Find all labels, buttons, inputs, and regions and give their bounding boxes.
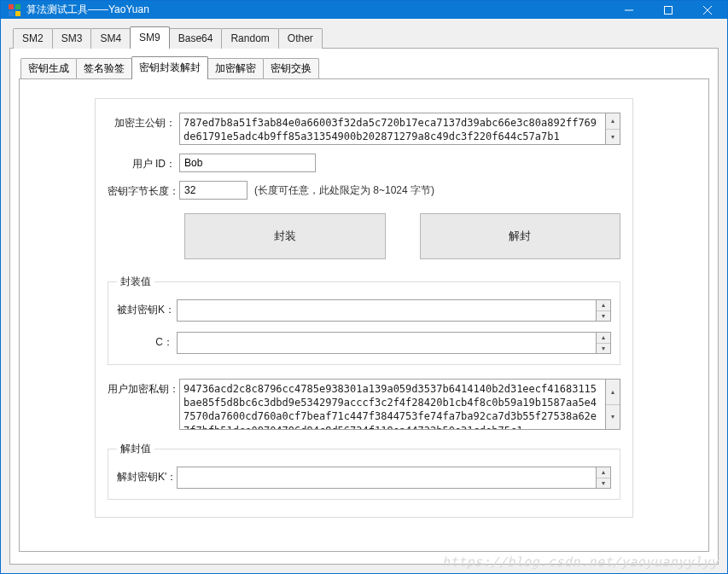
maximize-button[interactable] bbox=[649, 1, 688, 19]
row-sealed-k: 被封密钥K： ▴ ▾ bbox=[117, 299, 611, 322]
group-decapsulated-value: 解封值 解封密钥K'： ▴ ▾ bbox=[108, 442, 620, 500]
input-c[interactable] bbox=[177, 332, 597, 354]
svg-rect-1 bbox=[15, 4, 20, 9]
tab-sm3[interactable]: SM3 bbox=[52, 28, 92, 49]
input-user-privkey[interactable] bbox=[179, 379, 606, 430]
titlebar[interactable]: 算法测试工具——YaoYuan bbox=[1, 1, 727, 19]
legend-encapsulated-value: 封装值 bbox=[117, 275, 154, 289]
spinner-c[interactable]: ▴ ▾ bbox=[597, 332, 611, 354]
chevron-down-icon[interactable]: ▾ bbox=[597, 311, 610, 322]
tab-base64[interactable]: Base64 bbox=[169, 28, 223, 49]
label-user-privkey: 用户加密私钥： bbox=[108, 379, 179, 397]
spinner-master-pubkey[interactable]: ▴ ▾ bbox=[606, 113, 620, 145]
input-master-pubkey[interactable] bbox=[179, 113, 606, 145]
input-key-length[interactable] bbox=[179, 181, 248, 200]
top-tab-panel: 密钥生成 签名验签 密钥封装解封 加密解密 密钥交换 加密主公钥： ▴ ▾ bbox=[9, 48, 719, 565]
decapsulate-button[interactable]: 解封 bbox=[420, 213, 621, 259]
inner-tabstrip: 密钥生成 签名验签 密钥封装解封 加密解密 密钥交换 bbox=[20, 55, 709, 78]
svg-rect-0 bbox=[9, 4, 14, 9]
label-key-length: 密钥字节长度： bbox=[108, 181, 179, 199]
chevron-down-icon[interactable]: ▾ bbox=[606, 130, 620, 145]
inner-tab-keygen[interactable]: 密钥生成 bbox=[20, 58, 77, 79]
key-length-hint: (长度可任意，此处限定为 8~1024 字节) bbox=[254, 181, 434, 198]
label-c: C： bbox=[117, 332, 177, 350]
svg-rect-5 bbox=[665, 6, 673, 14]
tab-sm9[interactable]: SM9 bbox=[130, 26, 170, 49]
inner-tab-encap[interactable]: 密钥封装解封 bbox=[131, 56, 208, 79]
chevron-down-icon[interactable]: ▾ bbox=[606, 405, 620, 430]
legend-decapsulated-value: 解封值 bbox=[117, 442, 154, 456]
group-encapsulated-value: 封装值 被封密钥K： ▴ ▾ C bbox=[108, 275, 620, 365]
chevron-up-icon[interactable]: ▴ bbox=[597, 467, 610, 478]
chevron-up-icon[interactable]: ▴ bbox=[597, 300, 610, 311]
chevron-down-icon[interactable]: ▾ bbox=[597, 478, 610, 489]
chevron-up-icon[interactable]: ▴ bbox=[606, 380, 620, 405]
minimize-button[interactable] bbox=[609, 1, 649, 19]
chevron-up-icon[interactable]: ▴ bbox=[597, 333, 610, 344]
svg-rect-2 bbox=[9, 11, 14, 16]
chevron-down-icon[interactable]: ▾ bbox=[597, 344, 610, 354]
row-user-id: 用户 ID： bbox=[108, 154, 620, 172]
spinner-user-privkey[interactable]: ▴ ▾ bbox=[606, 379, 620, 430]
input-dec-k[interactable] bbox=[177, 467, 597, 489]
tab-random[interactable]: Random bbox=[221, 28, 278, 49]
input-user-id[interactable] bbox=[179, 154, 316, 172]
close-button[interactable] bbox=[688, 1, 727, 19]
form-container: 加密主公钥： ▴ ▾ 用户 ID： bbox=[95, 98, 633, 518]
spinner-dec-k[interactable]: ▴ ▾ bbox=[597, 467, 611, 489]
tab-sm2[interactable]: SM2 bbox=[13, 28, 53, 49]
svg-rect-3 bbox=[15, 11, 20, 16]
spinner-sealed-k[interactable]: ▴ ▾ bbox=[597, 299, 611, 322]
encapsulate-button[interactable]: 封装 bbox=[184, 213, 386, 259]
label-sealed-k: 被封密钥K： bbox=[117, 299, 177, 317]
label-user-id: 用户 ID： bbox=[108, 154, 179, 171]
inner-tab-keyexchange[interactable]: 密钥交换 bbox=[263, 58, 319, 79]
window-title: 算法测试工具——YaoYuan bbox=[26, 3, 609, 17]
app-window: 算法测试工具——YaoYuan SM2 SM3 SM4 SM9 Base64 R… bbox=[0, 0, 728, 574]
app-icon bbox=[8, 3, 21, 17]
window-controls bbox=[609, 1, 727, 19]
inner-tab-panel: 加密主公钥： ▴ ▾ 用户 ID： bbox=[19, 78, 709, 552]
tab-sm4[interactable]: SM4 bbox=[90, 28, 131, 49]
input-sealed-k[interactable] bbox=[177, 299, 597, 322]
client-area: SM2 SM3 SM4 SM9 Base64 Random Other 密钥生成… bbox=[1, 19, 727, 573]
row-c: C： ▴ ▾ bbox=[117, 332, 611, 354]
inner-tab-encrypt[interactable]: 加密解密 bbox=[207, 58, 264, 79]
row-user-privkey: 用户加密私钥： ▴ ▾ bbox=[108, 379, 620, 430]
label-master-pubkey: 加密主公钥： bbox=[108, 113, 179, 130]
inner-tab-sign[interactable]: 签名验签 bbox=[76, 58, 132, 79]
row-dec-k: 解封密钥K'： ▴ ▾ bbox=[117, 467, 611, 489]
row-master-pubkey: 加密主公钥： ▴ ▾ bbox=[108, 113, 620, 145]
row-key-length: 密钥字节长度： (长度可任意，此处限定为 8~1024 字节) bbox=[108, 181, 620, 200]
label-dec-k: 解封密钥K'： bbox=[117, 467, 177, 484]
top-tabstrip: SM2 SM3 SM4 SM9 Base64 Random Other bbox=[13, 26, 719, 48]
tab-other[interactable]: Other bbox=[278, 28, 323, 49]
button-row: 封装 解封 bbox=[184, 213, 620, 259]
chevron-up-icon[interactable]: ▴ bbox=[606, 113, 620, 130]
